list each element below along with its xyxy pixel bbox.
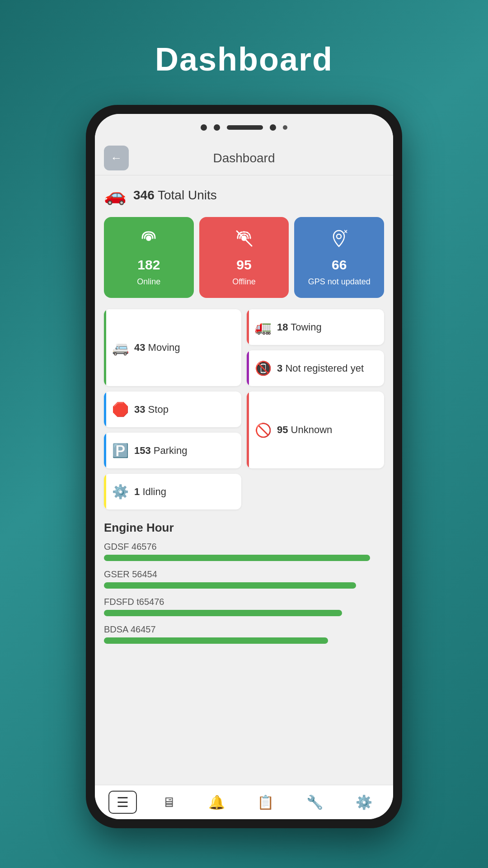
engine-item-1[interactable]: GSER 56454 [104,569,384,589]
activity-card-parking[interactable]: 🅿️ 153 Parking [104,433,241,468]
online-count: 182 [137,257,160,273]
fleet-icon: 🚗 [104,184,127,206]
engine-item-0[interactable]: GDSF 46576 [104,542,384,561]
app-content[interactable]: 🚗 346 Total Units 182 Onli [95,175,393,785]
phone-screen: ← Dashboard 🚗 346 Total Units [95,114,393,819]
gps-label: GPS not updated [308,277,371,287]
phone-frame: ← Dashboard 🚗 346 Total Units [86,105,402,828]
offline-count: 95 [236,257,251,273]
bottom-nav: ☰ 🖥 🔔 📋 🔧 ⚙️ [95,785,393,819]
back-button[interactable]: ← [104,146,129,170]
settings-icon: ⚙️ [356,794,372,810]
nav-item-alerts[interactable]: 🔔 [201,792,232,813]
engine-label-1: GSER 56454 [104,569,384,580]
status-card-online[interactable]: 182 Online [104,217,194,298]
nav-item-settings[interactable]: ⚙️ [348,792,380,813]
gps-count: 66 [332,257,347,273]
phone-top-bar [95,114,393,141]
parking-icon: 🅿️ [112,443,129,458]
moving-icon: 🚐 [112,340,129,356]
total-units-row: 🚗 346 Total Units [104,184,384,206]
activity-card-idling[interactable]: ⚙️ 1 Idling [104,474,241,509]
activity-card-moving[interactable]: 🚐 43 Moving [104,309,241,386]
towing-text: 18 Towing [277,321,322,333]
activity-card-stop[interactable]: 🛑 33 Stop [104,392,241,427]
activity-card-towing[interactable]: 🚛 18 Towing [247,309,384,345]
engine-label-2: FDSFD t65476 [104,597,384,607]
speaker-bar [227,125,263,130]
online-label: Online [137,277,160,287]
activity-card-unknown[interactable]: 🚫 95 Unknown [247,392,384,468]
status-card-gps[interactable]: × 66 GPS not updated [294,217,384,298]
engine-label-3: BDSA 46457 [104,624,384,635]
back-icon: ← [111,151,122,165]
online-icon [139,228,159,253]
towing-icon: 🚛 [255,319,272,335]
stop-text: 33 Stop [134,404,169,415]
app-header: ← Dashboard [95,141,393,175]
tools-icon: 🔧 [306,794,323,810]
unknown-text: 95 Unknown [277,424,332,436]
not-registered-text: 3 Not registered yet [277,363,364,374]
nav-item-tools[interactable]: 🔧 [299,792,330,813]
nav-item-menu[interactable]: ☰ [108,791,137,814]
camera-dot-2 [214,124,220,131]
svg-point-3 [337,234,341,239]
svg-line-2 [237,231,252,246]
svg-text:×: × [344,228,347,235]
reports-icon: 📋 [257,794,274,810]
engine-bar-2 [104,610,342,616]
engine-bar-1 [104,582,356,589]
stop-icon: 🛑 [112,401,129,417]
nav-item-reports[interactable]: 📋 [250,792,281,813]
moving-text: 43 Moving [134,342,180,354]
offline-icon [234,228,254,253]
offline-label: Offline [232,277,256,287]
svg-point-0 [146,236,151,241]
activity-card-not-registered[interactable]: 📵 3 Not registered yet [247,350,384,386]
unknown-icon: 🚫 [255,422,272,438]
gps-icon: × [329,228,349,253]
status-cards: 182 Online 95 Offline [104,217,384,298]
idling-text: 1 Idling [134,486,166,498]
total-units-text: 346 Total Units [133,188,217,203]
engine-hour-title: Engine Hour [104,521,384,535]
engine-bar-3 [104,637,328,644]
parking-text: 153 Parking [134,445,187,457]
engine-item-2[interactable]: FDSFD t65476 [104,597,384,616]
camera-dot-3 [270,124,276,131]
engine-label-0: GDSF 46576 [104,542,384,552]
nav-item-monitor[interactable]: 🖥 [155,792,183,813]
activity-grid: 🚐 43 Moving 🚛 18 Towing 📵 [104,309,384,509]
alerts-icon: 🔔 [208,794,225,810]
header-title: Dashboard [129,151,359,165]
camera-dot-left [201,124,207,131]
engine-item-3[interactable]: BDSA 46457 [104,624,384,644]
status-card-offline[interactable]: 95 Offline [199,217,289,298]
menu-icon: ☰ [117,794,129,810]
idling-icon: ⚙️ [112,484,129,500]
not-registered-icon: 📵 [255,360,272,376]
monitor-icon: 🖥 [162,795,176,810]
sensor-dot [283,125,287,130]
engine-bar-0 [104,555,370,561]
page-title: Dashboard [155,41,333,78]
